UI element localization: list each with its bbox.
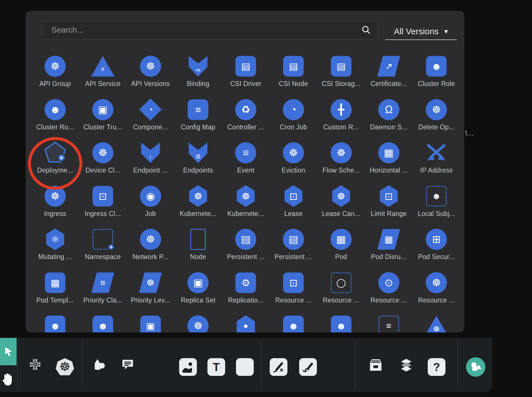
grid-item-job[interactable]: ◉Job <box>126 184 175 218</box>
grid-item-r7c5[interactable]: ● <box>221 314 270 332</box>
grid-item-controller[interactable]: ♻Controller ... <box>221 98 270 131</box>
grid-item-cron-job[interactable]: ◔Cron Job <box>269 98 318 131</box>
hand-tool[interactable] <box>1 370 15 388</box>
grid-item-kubernete[interactable]: ☸Kubernete... <box>174 184 222 218</box>
grid-item-config-map[interactable]: ≡Config Map <box>174 98 222 131</box>
help-button[interactable]: ? <box>428 358 445 376</box>
grid-item-csi-storag[interactable]: ▤CSI Storag... <box>317 54 365 88</box>
grid-item-label: Kubernete... <box>221 210 270 218</box>
grid-item-label: Horizontal ... <box>365 167 413 174</box>
grid-item-resource[interactable]: ⊡Resource ... <box>269 271 318 304</box>
grid-item-horizontal[interactable]: ▦Horizontal ... <box>365 141 413 174</box>
grid-item-kubernete[interactable]: ☸Kubernete... <box>221 184 270 218</box>
resource-icon-compone: ◔ <box>139 99 162 121</box>
grid-item-resource[interactable]: ◯Resource ... <box>317 271 365 304</box>
layers-tool[interactable] <box>399 358 414 372</box>
grid-item-namespace[interactable]: Namespace <box>79 227 127 261</box>
grid-item-pod-secur[interactable]: ⊞Pod Secur... <box>412 227 461 261</box>
search-icon[interactable] <box>361 25 371 35</box>
grid-item-r7c7[interactable]: ☻ <box>317 314 365 332</box>
grid-item-local-subj[interactable]: ☻Local Subj... <box>412 184 461 218</box>
grid-item-resource[interactable]: ⊙Resource ... <box>365 271 413 304</box>
grid-item-label: Endpoints <box>174 167 222 174</box>
pen-tool[interactable] <box>270 358 287 376</box>
grid-item-r7c1[interactable]: ☻ <box>31 314 79 332</box>
grid-item-binding[interactable]: ∞Binding <box>174 54 222 88</box>
grid-item-limit-range[interactable]: ⊡Limit Range <box>365 184 413 218</box>
shapes-tool[interactable] <box>92 358 106 372</box>
grid-item-label: Flow Sche... <box>317 167 365 174</box>
grid-item-r7c4[interactable]: ☸ <box>174 314 222 332</box>
grid-item-endpoints[interactable]: ≣Endpoints <box>174 141 222 174</box>
wheel-glyph-icon: ☸ <box>432 278 441 288</box>
grid-item-device-cl[interactable]: ☸Device Cl... <box>79 141 127 174</box>
grid-item-ingress[interactable]: ☸Ingress <box>31 184 79 218</box>
note-tool[interactable] <box>236 358 254 376</box>
grid-item-api-service[interactable]: ⚡API Service <box>79 54 127 88</box>
grid-item-lease-can[interactable]: ☸Lease Can... <box>317 184 365 218</box>
grid-item-endpoint[interactable]: ↓Endpoint ... <box>126 141 175 174</box>
grid-item-compone[interactable]: ◔Compone... <box>126 98 175 131</box>
grid-item-mutating[interactable]: ⚛Mutating ... <box>31 227 79 261</box>
text-tool[interactable]: T <box>207 358 225 376</box>
grid-item-ip-address[interactable]: IP Address <box>412 141 461 174</box>
grid-item-persistent[interactable]: ▤Persistent ... <box>269 227 318 261</box>
grid-item-label: Resource ... <box>412 296 461 304</box>
archive-tool[interactable] <box>368 358 383 372</box>
grid-item-r7c9[interactable]: ☸ <box>412 314 461 332</box>
layers-icon <box>399 358 414 372</box>
grid-item-pod-templ[interactable]: ▦Pod Templ... <box>31 271 79 304</box>
grid-item-event[interactable]: ≡Event <box>221 141 270 174</box>
draw-tool[interactable] <box>299 358 317 376</box>
resource-icon-replica-set: ▣ <box>187 272 209 293</box>
grid-item-cluster-role[interactable]: ☻Cluster Role <box>412 54 461 88</box>
grid-item-replicatio[interactable]: ⚙Replicatio... <box>221 271 270 304</box>
grid-item-r7c3[interactable]: ▣ <box>126 314 175 332</box>
grid-item-daemon-s[interactable]: ΩDaemon S... <box>365 98 413 131</box>
grid-item-r7c8[interactable]: ≡ <box>365 314 413 332</box>
grid-item-resource[interactable]: ☸Resource ... <box>412 271 461 304</box>
grid-item-persistent[interactable]: ▤Persistent ... <box>221 227 270 261</box>
select-tool[interactable] <box>0 338 17 365</box>
grid-item-deployme[interactable]: ☸Deployme... <box>31 141 79 174</box>
search-box[interactable] <box>43 21 378 39</box>
image-tool[interactable] <box>179 358 197 376</box>
grid-item-flow-sche[interactable]: ☸Flow Sche... <box>317 141 365 174</box>
grid-item-priority-cla[interactable]: ≡Priority Cla... <box>79 271 127 304</box>
search-input[interactable] <box>43 25 361 35</box>
grid-item-cluster-tru[interactable]: ▣Cluster Tru... <box>79 98 127 131</box>
grid-item-csi-node[interactable]: ▤CSI Node <box>269 54 318 88</box>
comment-tool[interactable] <box>121 358 135 371</box>
resource-icon-flow-sche: ☸ <box>331 142 352 163</box>
boxes-glyph-icon: ▦ <box>384 148 394 158</box>
grid-item-eviction[interactable]: ☸Eviction <box>269 141 318 174</box>
library-button[interactable] <box>466 357 485 377</box>
resource-icon-resource: ⊙ <box>378 272 399 293</box>
grid-item-pod[interactable]: ▦Pod <box>317 227 365 261</box>
grid-item-label: Persistent ... <box>221 253 270 261</box>
grid-item-r7c6[interactable]: ☻ <box>269 314 318 332</box>
grid-item-label: Compone... <box>126 123 175 131</box>
version-filter-dropdown[interactable]: All Versions ▾ <box>385 23 457 40</box>
grid-item-replica-set[interactable]: ▣Replica Set <box>174 271 222 304</box>
grid-item-custom-r[interactable]: ╋Custom R... <box>317 98 365 131</box>
grid-item-label: Node <box>174 253 222 261</box>
grid-item-node[interactable]: Node <box>174 227 222 261</box>
grid-item-lease[interactable]: ⊡Lease <box>269 184 318 218</box>
grid-item-api-group[interactable]: ☸API Group <box>31 54 79 88</box>
grid-item-r7c2[interactable]: ☻ <box>79 314 127 332</box>
node-tool[interactable] <box>29 358 41 371</box>
grid-item-network-p[interactable]: ☸Network P... <box>126 227 175 261</box>
grid-item-delete-op[interactable]: ☸Delete Op... <box>412 98 461 131</box>
grid-item-certificate[interactable]: ↗Certificate... <box>365 54 413 88</box>
grid-item-priority-lev[interactable]: ☸Priority Lev... <box>126 271 175 304</box>
grid-item-api-versions[interactable]: ☸API Versions <box>126 54 175 88</box>
grid-item-pod-disru[interactable]: ▦Pod Disru... <box>365 227 413 261</box>
grid-item-ingress-cl[interactable]: ⊡Ingress Cl... <box>79 184 127 218</box>
grid-item-csi-driver[interactable]: ▤CSI Driver <box>221 54 270 88</box>
grid-item-cluster-ro[interactable]: ☻Cluster Ro... <box>31 98 79 131</box>
grid-item-label: Resource ... <box>269 296 318 304</box>
grid-item-label: Device Cl... <box>79 167 127 174</box>
kubernetes-tool[interactable]: ☸ <box>56 358 74 375</box>
wheel-glyph-icon: ☸ <box>194 191 202 201</box>
